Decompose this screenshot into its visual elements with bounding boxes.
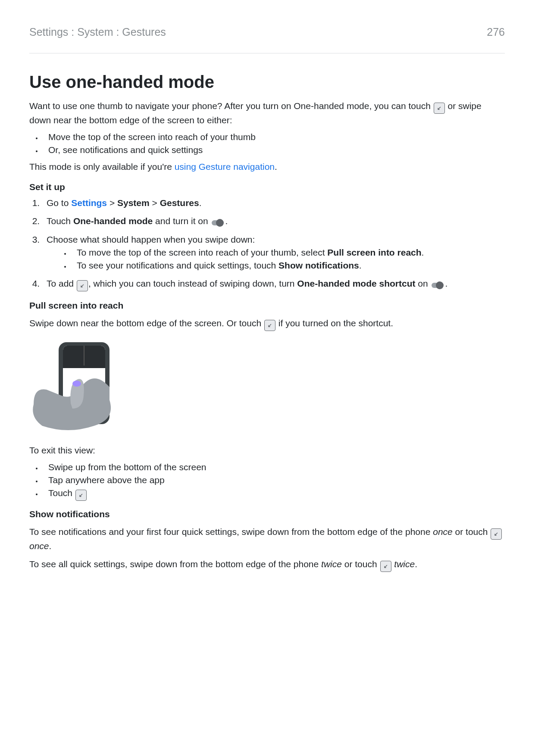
availability-paragraph: This mode is only available if you're us… [29,160,505,173]
pull-heading: Pull screen into reach [29,299,505,312]
step-4: To add , which you can touch instead of … [42,278,505,291]
show-paragraph-1: To see notifications and your first four… [29,525,505,553]
step3-sub1-bold: Pull screen into reach [327,247,421,257]
page-title: Use one-handed mode [29,72,505,92]
toggle-on-icon [212,219,225,227]
show-p2-t2: or touch [342,559,380,569]
step3-sub1-t1: To move the top of the screen into reach… [77,247,327,257]
step3-sub1: To move the top of the screen into reach… [71,247,505,258]
hand-holding-phone-illustration [29,340,505,432]
one-handed-shortcut-icon [264,320,275,331]
setup-steps-list: Go to Settings > System > Gestures. Touc… [29,198,505,291]
avail-text-2: . [275,162,277,172]
exit-b3-text: Touch [48,488,75,498]
pull-t2: if you turned on the shortcut. [278,318,393,328]
show-p1-t1: To see notifications and your first four… [29,527,433,537]
show-p1-t2: or touch [453,527,491,537]
step1-period: . [199,198,202,208]
step3-sub2-t2: . [359,260,362,270]
intro-bullet: Or, see notifications and quick settings [42,145,505,155]
breadcrumb: Settings : System : Gestures [29,26,166,38]
show-p2-e2: twice [394,559,415,569]
pull-t1: Swipe down near the bottom edge of the s… [29,318,264,328]
step3-sublist: To move the top of the screen into reach… [47,247,505,271]
step4-t2: , which you can touch instead of swiping… [88,278,297,288]
step-2: Touch One-handed mode and turn it on . [42,216,505,227]
step1-text: Go to [47,198,71,208]
show-paragraph-2: To see all quick settings, swipe down fr… [29,558,505,572]
step4-t1: To add [47,278,76,288]
step-1: Go to Settings > System > Gestures. [42,198,505,208]
one-handed-shortcut-icon [75,490,87,501]
intro-text-1: Want to use one thumb to navigate your p… [29,101,433,111]
step3-main: Choose what should happen when you swipe… [47,234,255,244]
page-header: Settings : System : Gestures 276 [29,26,505,53]
intro-paragraph: Want to use one thumb to navigate your p… [29,100,505,127]
pull-paragraph: Swipe down near the bottom edge of the s… [29,317,505,331]
exit-bullet-list: Swipe up from the bottom of the screen T… [29,462,505,501]
show-p1-e1: once [433,527,453,537]
one-handed-shortcut-icon [491,528,502,540]
show-notifications-heading: Show notifications [29,508,505,521]
page-container: Settings : System : Gestures 276 Use one… [0,0,535,756]
show-p1-e2: once [29,541,49,551]
exit-intro: To exit this view: [29,444,505,457]
step4-t3: on [416,278,431,288]
step2-text2: and turn it on [153,216,210,226]
step4-bold: One-handed mode shortcut [297,278,415,288]
step4-t4: . [445,278,448,288]
svg-point-5 [72,381,81,387]
page-number: 276 [487,26,505,38]
step-3: Choose what should happen when you swipe… [42,234,505,271]
step2-text1: Touch [47,216,73,226]
toggle-on-icon [432,281,444,289]
one-handed-shortcut-icon [380,561,391,572]
intro-bullet: Move the top of the screen into reach of… [42,132,505,142]
step2-bold: One-handed mode [73,216,153,226]
step2-period: . [225,216,228,226]
svg-rect-3 [63,368,105,372]
show-p1-t3: . [49,541,52,551]
step3-sub2: To see your notifications and quick sett… [71,260,505,271]
intro-bullet-list: Move the top of the screen into reach of… [29,132,505,155]
step1-sep1: > [107,198,117,208]
step3-sub2-bold: Show notifications [278,260,359,270]
one-handed-shortcut-icon [77,280,88,291]
step3-sub1-t2: . [422,247,424,257]
show-p2-e1: twice [321,559,342,569]
exit-bullet: Tap anywhere above the app [42,475,505,485]
step1-sep2: > [150,198,160,208]
exit-bullet: Swipe up from the bottom of the screen [42,462,505,472]
settings-link[interactable]: Settings [71,198,107,208]
one-handed-shortcut-icon [434,103,445,114]
exit-bullet: Touch [42,488,505,501]
step3-sub2-t1: To see your notifications and quick sett… [77,260,278,270]
gesture-navigation-link[interactable]: using Gesture navigation [175,162,275,172]
setup-heading: Set it up [29,181,505,194]
step1-system: System [117,198,150,208]
show-p2-t3: . [415,559,417,569]
show-p2-t1: To see all quick settings, swipe down fr… [29,559,321,569]
avail-text-1: This mode is only available if you're [29,162,175,172]
step1-gestures: Gestures [160,198,199,208]
